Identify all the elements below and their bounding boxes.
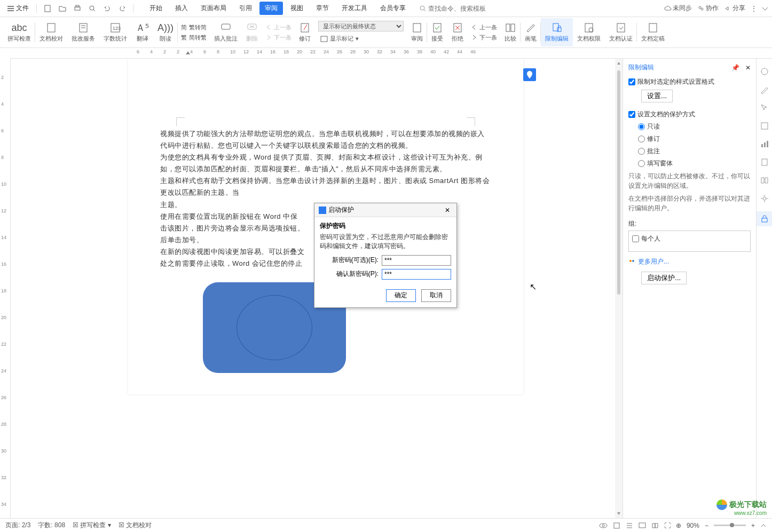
collab-button[interactable]: 协作 <box>697 4 719 13</box>
assistant-icon[interactable] <box>759 66 770 77</box>
template-icon[interactable] <box>759 121 770 131</box>
compare-button[interactable]: 比较 <box>500 18 521 46</box>
pin-icon[interactable]: 📌 <box>731 64 739 72</box>
proofread-status[interactable]: ☒ 文档校对 <box>119 521 152 530</box>
open-icon[interactable] <box>56 2 69 15</box>
dialog-titlebar[interactable]: 启动保护 ✕ <box>314 203 456 217</box>
radio-track[interactable]: 修订 <box>638 134 751 144</box>
delete-comment-button[interactable]: 删除 <box>242 18 262 46</box>
page-indicator[interactable]: 页面: 2/3 <box>5 521 30 530</box>
wordcount-button[interactable]: 123字数统计 <box>99 18 131 46</box>
word-count[interactable]: 字数: 808 <box>38 521 65 530</box>
tab-member[interactable]: 会员专享 <box>375 2 411 15</box>
close-panel-icon[interactable]: ✕ <box>745 64 751 72</box>
new-doc-icon[interactable] <box>41 2 54 15</box>
dialog-close-button[interactable]: ✕ <box>443 207 452 214</box>
layout-outline-icon[interactable] <box>626 522 633 529</box>
layout-read-icon[interactable] <box>651 522 659 529</box>
sync-status[interactable]: 未同步 <box>664 4 692 13</box>
review-pane-button[interactable]: 审阅 <box>407 18 427 46</box>
cursor-icon[interactable] <box>759 102 770 113</box>
format-restrict-checkbox[interactable]: 限制对选定的样式设置格式 <box>628 77 751 86</box>
track-changes-button[interactable]: 修订 <box>295 18 315 46</box>
markup-display-select[interactable]: 显示标记的最终状态 <box>318 21 404 31</box>
insert-comment-button[interactable]: 插入批注 <box>210 18 242 46</box>
doc-paragraph[interactable]: 主题和样式也有助于文档保持协调。当您单击设计并选择新的主题时，图片、图表或 Sm… <box>160 175 491 198</box>
tab-insert[interactable]: 插入 <box>170 2 193 15</box>
expand-icon[interactable] <box>760 522 767 529</box>
vertical-ruler[interactable]: 246810121416182022242628303234 <box>0 59 11 518</box>
everyone-checkbox[interactable]: 每个人 <box>632 234 660 243</box>
accept-button[interactable]: 接受 <box>427 18 447 46</box>
next-change-button[interactable]: 下一条 <box>471 33 497 42</box>
tab-start[interactable]: 开始 <box>144 2 168 15</box>
horizontal-ruler[interactable]: 6422468101214161820222426283032343638404… <box>11 48 772 59</box>
radio-forms[interactable]: 填写窗体 <box>638 159 751 168</box>
reject-button[interactable]: 拒绝 <box>447 18 468 46</box>
trad-to-simp-button[interactable]: 简繁转简 <box>181 23 207 32</box>
zoom-fit-icon[interactable]: ⊕ <box>676 522 681 529</box>
zoom-in-button[interactable]: + <box>751 522 755 529</box>
doc-auth-button[interactable]: 文档认证 <box>605 18 637 46</box>
ink-button[interactable]: 画笔 <box>521 18 541 46</box>
radio-readonly[interactable]: 只读 <box>638 122 751 131</box>
file-menu[interactable]: 文件 <box>4 4 32 13</box>
spellcheck-status[interactable]: ☒ 拼写检查 ▾ <box>73 521 111 530</box>
dialog-cancel-button[interactable]: 取消 <box>421 289 451 302</box>
pencil-icon[interactable] <box>759 84 770 95</box>
lock-icon[interactable] <box>757 211 773 226</box>
undo-icon[interactable] <box>101 2 114 15</box>
prev-change-button[interactable]: 上一条 <box>471 23 497 32</box>
doc-final-button[interactable]: 文档定稿 <box>637 18 669 46</box>
read-aloud-button[interactable]: A)))朗读 <box>153 18 178 46</box>
protect-method-checkbox[interactable]: 设置文档的保护方式 <box>628 110 751 119</box>
prev-comment-button[interactable]: 上一条 <box>265 23 292 32</box>
settings-button[interactable]: 设置... <box>641 90 673 102</box>
eye-icon[interactable] <box>599 522 608 529</box>
location-marker[interactable] <box>523 68 536 81</box>
chart-icon[interactable] <box>759 139 770 149</box>
print-preview-icon[interactable] <box>86 2 99 15</box>
tab-view[interactable]: 视图 <box>285 2 309 15</box>
vertical-scrollbar[interactable] <box>615 59 623 518</box>
notebook-icon[interactable] <box>759 157 770 168</box>
gear-icon[interactable] <box>759 193 770 204</box>
book-icon[interactable] <box>759 175 770 186</box>
batch-button[interactable]: 批改服务 <box>67 18 99 46</box>
dialog-ok-button[interactable]: 确定 <box>386 289 416 302</box>
layout-print-icon[interactable] <box>613 522 620 529</box>
more-users-link[interactable]: 更多用户... <box>628 257 751 266</box>
redo-icon[interactable] <box>116 2 129 15</box>
radio-comments[interactable]: 批注 <box>638 147 751 156</box>
collapse-ribbon[interactable] <box>762 6 768 11</box>
tab-sections[interactable]: 章节 <box>311 2 334 15</box>
new-password-input[interactable] <box>382 255 451 266</box>
print-icon[interactable] <box>71 2 84 15</box>
fullscreen-icon[interactable]: ⛶ <box>664 522 671 529</box>
command-search-input[interactable] <box>428 5 492 12</box>
layout-web-icon[interactable] <box>639 522 646 529</box>
proofread-button[interactable]: 文档校对 <box>35 18 67 46</box>
next-comment-button[interactable]: 下一条 <box>265 33 292 42</box>
zoom-slider[interactable] <box>714 525 746 526</box>
doc-paragraph[interactable]: 视频提供了功能强大的方法帮助您证明您的观点。当您单击联机视频时，可以在想要添加的… <box>160 128 491 152</box>
spellcheck-button[interactable]: abc拼写检查 <box>3 18 35 46</box>
translate-button[interactable]: Ａ⁵翻译 <box>131 18 153 46</box>
start-protection-button[interactable]: 启动保护... <box>641 272 687 284</box>
tab-references[interactable]: 引用 <box>234 2 257 15</box>
confirm-password-input[interactable] <box>382 269 451 280</box>
zoom-level[interactable]: 90% <box>687 522 699 529</box>
tab-layout[interactable]: 页面布局 <box>195 2 232 15</box>
more-menu[interactable]: ⋮ <box>751 5 757 12</box>
document-area[interactable]: 视频提供了功能强大的方法帮助您证明您的观点。当您单击联机视频时，可以在想要添加的… <box>11 59 615 518</box>
restrict-editing-button[interactable]: 限制编辑 <box>541 18 573 46</box>
show-markup-button[interactable]: 显示标记 ▾ <box>318 34 404 44</box>
share-button[interactable]: 分享 <box>724 4 745 13</box>
doc-paragraph[interactable]: 为使您的文档具有专业外观，Word 提供了页眉、页脚、封面和文本框设计，这些设计… <box>160 152 491 175</box>
command-search[interactable] <box>420 5 492 12</box>
tab-dev[interactable]: 开发工具 <box>336 2 373 15</box>
doc-permission-button[interactable]: 文档权限 <box>573 18 605 46</box>
tab-review[interactable]: 审阅 <box>259 2 283 15</box>
simp-to-trad-button[interactable]: 繁简转繁 <box>181 33 207 42</box>
zoom-out-button[interactable]: − <box>705 522 708 529</box>
